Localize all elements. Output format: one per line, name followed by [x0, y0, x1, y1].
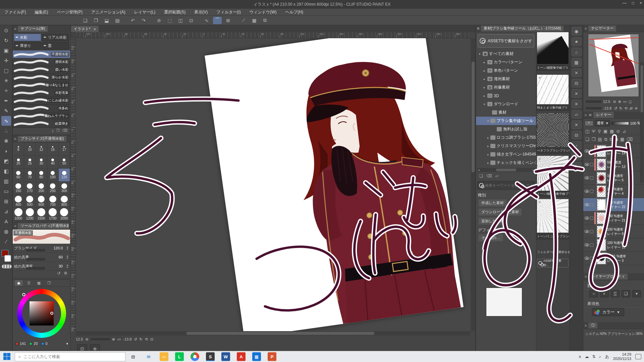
- property-slider[interactable]: [26, 258, 45, 260]
- eye-icon[interactable]: [585, 163, 589, 166]
- hue-marker[interactable]: [22, 293, 25, 296]
- save-icon[interactable]: ⬓: [102, 17, 111, 24]
- layer-checkbox[interactable]: [590, 203, 593, 206]
- zoom-in-icon[interactable]: ⊕: [112, 337, 115, 342]
- material-tree-hscroll[interactable]: ◂▸: [477, 168, 535, 172]
- brush-size-150[interactable]: 150: [13, 182, 24, 195]
- pdf-icon[interactable]: A: [237, 352, 246, 361]
- panel-menu-icon[interactable]: ≡: [14, 224, 16, 228]
- eye-icon[interactable]: [585, 149, 589, 153]
- brush-size-120[interactable]: 120: [59, 169, 70, 182]
- open-file-icon[interactable]: ❐: [92, 17, 100, 24]
- material-tag-chip[interactable]: その他の…: [479, 234, 503, 241]
- brush-size-700[interactable]: 700: [47, 195, 59, 208]
- layer-thumbnail[interactable]: [597, 212, 606, 224]
- selection-tool[interactable]: ▢: [1, 66, 11, 75]
- subtool-group-厚塗り[interactable]: ✒厚塗り: [14, 42, 41, 50]
- panel-menu-icon[interactable]: ≡: [585, 113, 587, 117]
- property-slider[interactable]: [26, 267, 45, 269]
- zoom-slider[interactable]: [91, 338, 110, 340]
- panel-menu-icon[interactable]: ≡: [477, 26, 479, 31]
- assets-small-button[interactable]: ASSETSで素材…: [537, 259, 569, 267]
- brush-item[interactable]: にじみ縁水彩: [13, 97, 70, 105]
- brush-size-12[interactable]: 12: [36, 142, 47, 156]
- layer-checkbox[interactable]: [590, 243, 593, 247]
- layer-color-dropdown[interactable]: ▾: [585, 121, 593, 126]
- horizontal-scrollbar[interactable]: [76, 331, 470, 336]
- pattern-dock-icon[interactable]: ✕: [572, 68, 582, 77]
- brush-size-800[interactable]: 800: [59, 195, 70, 208]
- material-type-chip[interactable]: 追加した素材: [479, 218, 506, 225]
- brush-item[interactable]: 濃い水彩: [13, 66, 70, 74]
- taskbar-search[interactable]: ⌕: [15, 352, 125, 361]
- brush-item[interactable]: 透明水彩: [13, 58, 70, 66]
- import-subtool-icon[interactable]: ⤓: [52, 128, 54, 133]
- layer-thumbnail[interactable]: [597, 172, 606, 184]
- layer-thumbnail[interactable]: [597, 159, 606, 171]
- brush-item[interactable]: 不透明水彩: [13, 51, 70, 58]
- delete-icon[interactable]: ⊘: [155, 17, 163, 24]
- brush-size-70[interactable]: 70: [24, 169, 36, 182]
- menu-item[interactable]: ウィンドウ(W): [245, 9, 281, 16]
- layer-property-tab[interactable]: レイヤープロパティ: [588, 274, 628, 280]
- frame-border-tool[interactable]: ⊞: [1, 196, 11, 206]
- brush-item[interactable]: 水多め: [13, 105, 70, 112]
- assets-search-button[interactable]: ASSETSで素材をさがす: [478, 34, 534, 48]
- operation-tool[interactable]: ▣: [1, 46, 11, 55]
- navigator-tab[interactable]: ナビゲーター: [588, 25, 616, 32]
- eyedropper-tool[interactable]: ✧: [1, 86, 11, 96]
- layer-checkbox[interactable]: [590, 257, 593, 260]
- tree-expander-icon[interactable]: ▸: [487, 153, 489, 156]
- manga-dock-icon[interactable]: ⊟: [572, 79, 582, 87]
- brush-size-20[interactable]: 20: [13, 156, 24, 169]
- layer-new-icon[interactable]: ❐: [592, 137, 596, 142]
- brush-size-100[interactable]: 100: [47, 169, 59, 182]
- blend-mode-select[interactable]: 通常▾: [595, 120, 610, 126]
- brush-size-170[interactable]: 170: [24, 182, 36, 195]
- material-tree-item[interactable]: ▸⊞漫画素材: [476, 75, 536, 83]
- navigator-zoom-icon[interactable]: ▭: [623, 100, 627, 104]
- panel-menu-icon[interactable]: ≡: [585, 275, 587, 279]
- brush-item[interactable]: 水彩毛筆: [13, 89, 70, 97]
- brush-size-1200[interactable]: 1200: [24, 208, 36, 221]
- tree-expander-icon[interactable]: ▸: [483, 77, 486, 81]
- expression-color-select[interactable]: カラー ▾: [592, 308, 624, 316]
- chevron-down-icon[interactable]: ▾: [632, 290, 641, 297]
- subtool-group-リアル水彩[interactable]: ✒リアル水彩: [42, 34, 69, 41]
- figure-tool[interactable]: ▭: [1, 186, 11, 196]
- new-folder-icon[interactable]: ❏: [479, 174, 483, 178]
- layer-list-scrollbar[interactable]: [640, 62, 644, 183]
- show-all-materials-link[interactable]: フォルダー内の素材をすべて…: [536, 249, 570, 255]
- ruler-icon[interactable]: ⟋: [239, 17, 248, 24]
- export-icon[interactable]: ▤: [113, 17, 122, 24]
- list-dock-icon[interactable]: ▤: [572, 152, 582, 160]
- material-tree-item[interactable]: ▾ブラシ集中線ツール（お: [476, 117, 536, 125]
- decoration-tool[interactable]: ❋: [1, 136, 11, 146]
- brush-size-10[interactable]: 10: [24, 142, 36, 156]
- powerpoint-icon[interactable]: P: [268, 352, 276, 361]
- pattern2-dock-icon[interactable]: ✕: [572, 89, 582, 98]
- eraser-tool[interactable]: ◩: [1, 156, 11, 166]
- material-thumbnail[interactable]: ✳: [537, 156, 569, 191]
- all-materials-icon[interactable]: ▦: [572, 58, 582, 67]
- onedrive-icon[interactable]: ☁: [585, 354, 589, 359]
- brush-item[interactable]: 重ねムラブラシ: [13, 112, 70, 120]
- copy-subtool-icon[interactable]: ❐: [56, 128, 60, 133]
- brush-size-300[interactable]: 300: [59, 182, 70, 195]
- layers-tab[interactable]: レイヤー: [593, 112, 614, 118]
- grid-icon[interactable]: ▦: [250, 17, 259, 24]
- material-icon[interactable]: ⧉: [261, 17, 269, 24]
- layer-row[interactable]: 100 %通常レイヤー 5: [583, 171, 644, 185]
- brush-size-25[interactable]: 25: [24, 156, 36, 169]
- tree-expander-icon[interactable]: ▾: [483, 103, 486, 106]
- wrench-icon[interactable]: ⚙: [64, 271, 67, 276]
- brush-tool[interactable]: ∿: [1, 116, 11, 126]
- navigator-rotate-icon[interactable]: ✛: [635, 106, 638, 110]
- hidden-icons-chevron[interactable]: ∧: [579, 354, 582, 359]
- spinner-icon[interactable]: ▲ ▼: [66, 246, 69, 250]
- pen-dock-icon[interactable]: ✎: [572, 162, 582, 171]
- material-type-chip[interactable]: ダウンロードした素材: [479, 208, 522, 216]
- brush-item[interactable]: 紙質弾き: [13, 120, 70, 128]
- close-button[interactable]: ×: [640, 1, 642, 5]
- snap-ruler-icon[interactable]: ∿: [202, 17, 211, 24]
